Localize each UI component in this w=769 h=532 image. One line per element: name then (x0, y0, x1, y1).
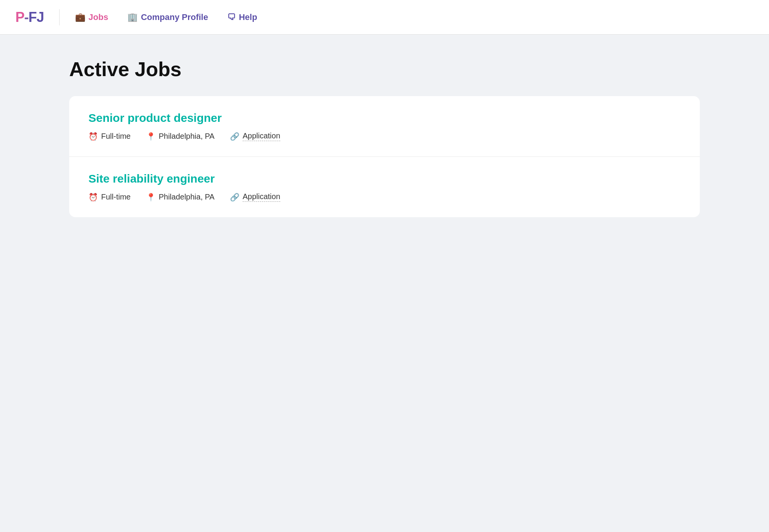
job-type-label-2: Full-time (101, 193, 131, 201)
nav-jobs-label: Jobs (88, 12, 108, 22)
job-meta-2: ⏰ Full-time 📍 Philadelphia, PA 🔗 Applica… (88, 192, 681, 202)
jobs-icon: 💼 (75, 12, 85, 22)
main-content: Active Jobs Senior product designer ⏰ Fu… (0, 35, 769, 240)
job-application-label-2[interactable]: Application (243, 192, 280, 202)
job-application-label-1[interactable]: Application (243, 131, 280, 141)
nav-help-label: Help (239, 12, 257, 22)
nav-help[interactable]: 🗨 Help (227, 12, 257, 22)
job-location-1: 📍 Philadelphia, PA (146, 132, 215, 141)
job-title-2[interactable]: Site reliability engineer (88, 172, 681, 185)
job-meta-1: ⏰ Full-time 📍 Philadelphia, PA 🔗 Applica… (88, 131, 681, 141)
job-location-label-1: Philadelphia, PA (159, 132, 215, 141)
location-icon-2: 📍 (146, 193, 156, 202)
logo[interactable]: P-FJ (15, 9, 60, 25)
help-icon: 🗨 (227, 12, 236, 22)
link-icon-2: 🔗 (230, 193, 240, 202)
nav-company-label: Company Profile (141, 12, 208, 22)
job-type-2: ⏰ Full-time (88, 193, 131, 202)
logo-p: P (15, 9, 24, 25)
job-location-label-2: Philadelphia, PA (159, 193, 215, 201)
header: P-FJ 💼 Jobs 🏢 Company Profile 🗨 Help (0, 0, 769, 35)
clock-icon-1: ⏰ (88, 132, 98, 141)
job-type-1: ⏰ Full-time (88, 132, 131, 141)
job-title-1[interactable]: Senior product designer (88, 111, 681, 125)
job-card-1: Senior product designer ⏰ Full-time 📍 Ph… (69, 96, 700, 156)
nav-jobs[interactable]: 💼 Jobs (75, 12, 108, 22)
job-card-2: Site reliability engineer ⏰ Full-time 📍 … (69, 156, 700, 217)
logo-fj: FJ (28, 9, 44, 25)
clock-icon-2: ⏰ (88, 193, 98, 202)
main-nav: 💼 Jobs 🏢 Company Profile 🗨 Help (75, 12, 257, 22)
location-icon-1: 📍 (146, 132, 156, 141)
page-title: Active Jobs (69, 58, 700, 81)
job-location-2: 📍 Philadelphia, PA (146, 193, 215, 202)
job-application-1[interactable]: 🔗 Application (230, 131, 280, 141)
job-type-label-1: Full-time (101, 132, 131, 141)
logo-dash: - (24, 9, 28, 25)
nav-company-profile[interactable]: 🏢 Company Profile (127, 12, 208, 22)
company-icon: 🏢 (127, 12, 138, 22)
job-application-2[interactable]: 🔗 Application (230, 192, 280, 202)
jobs-container: Senior product designer ⏰ Full-time 📍 Ph… (69, 96, 700, 217)
link-icon-1: 🔗 (230, 132, 240, 141)
